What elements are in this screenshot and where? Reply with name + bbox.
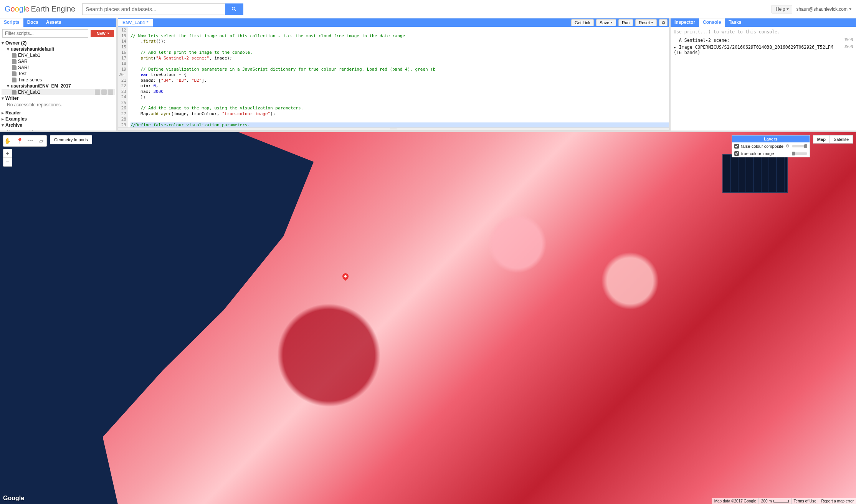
panel-resize-handle[interactable] <box>118 127 669 131</box>
tree-file[interactable]: SAR1 <box>18 65 30 70</box>
console-hint: Use print(...) to write to this console. <box>674 29 853 35</box>
tree-empty-msg: No accessible repositories. <box>2 128 115 131</box>
map-attribution-bar: Map data ©2017 Google 200 m Terms of Use… <box>712 498 856 504</box>
map-attribution: Map data ©2017 Google <box>712 498 759 504</box>
left-tabbar: ScriptsDocsAssets <box>0 18 116 27</box>
scripts-panel: ScriptsDocsAssets NEW ▾Owner (2)▾users/s… <box>0 18 118 131</box>
left-tab-scripts[interactable]: Scripts <box>0 18 23 27</box>
layer-name: false-colour composite <box>741 144 783 149</box>
right-tabbar: InspectorConsoleTasks <box>671 18 856 27</box>
search-input[interactable] <box>82 3 225 15</box>
file-icon <box>12 71 17 76</box>
search-button[interactable] <box>225 3 243 15</box>
layer-row: false-colour composite⚙ <box>732 142 810 150</box>
layer-opacity-slider[interactable] <box>792 152 807 155</box>
tree-repo[interactable]: users/shaun/ENV_EM_2017 <box>11 83 71 89</box>
file-icon <box>12 59 17 64</box>
file-action-delete[interactable] <box>108 89 113 95</box>
settings-button[interactable] <box>659 19 668 26</box>
polygon-tool-button[interactable]: ▱ <box>37 137 45 145</box>
layer-settings-icon[interactable]: ⚙ <box>786 144 790 149</box>
map-type-satellite[interactable]: Satellite <box>830 136 853 143</box>
map-canvas <box>0 132 856 504</box>
search-bar <box>82 3 243 15</box>
geometry-imports-button[interactable]: Geometry Imports <box>50 135 92 144</box>
console-panel: InspectorConsoleTasks Use print(...) to … <box>671 18 856 131</box>
layer-opacity-slider[interactable] <box>792 145 807 147</box>
app-logo: Google Earth Engine <box>5 5 75 13</box>
user-menu[interactable]: shaun@shaunlevick.com <box>796 7 851 12</box>
tree-file[interactable]: ENV_Lab1 <box>18 53 40 58</box>
file-action-rename[interactable] <box>101 89 107 95</box>
run-button[interactable]: Run <box>618 19 633 26</box>
draw-tools: ✋ 📍 〰 ▱ <box>3 135 47 147</box>
zoom-control: + − <box>3 149 12 167</box>
reset-button[interactable]: Reset <box>635 19 657 26</box>
zoom-out-button[interactable]: − <box>3 158 12 166</box>
map-view[interactable]: ✋ 📍 〰 ▱ Geometry Imports + − Layers fals… <box>0 132 856 504</box>
filter-scripts-input[interactable] <box>2 29 88 38</box>
layer-checkbox[interactable] <box>734 144 739 149</box>
app-header: Google Earth Engine Help shaun@shaunlevi… <box>0 0 856 18</box>
pan-tool-button[interactable]: ✋ <box>5 137 13 145</box>
google-logo: Google <box>3 495 24 502</box>
right-tab-inspector[interactable]: Inspector <box>671 18 699 27</box>
right-tab-tasks[interactable]: Tasks <box>725 18 745 27</box>
layer-name: true-colour image <box>741 151 790 156</box>
scripts-tree: ▾Owner (2)▾users/shaun/defaultENV_Lab1SA… <box>0 40 116 131</box>
json-badge[interactable]: JSON <box>844 38 853 43</box>
console-entry[interactable]: ▸ Image COPERNICUS/S2/20160629T014038_20… <box>674 44 853 56</box>
layer-row: true-colour image <box>732 150 810 157</box>
tree-empty-msg: No accessible repositories. <box>2 101 115 110</box>
layer-checkbox[interactable] <box>734 151 739 156</box>
tree-section-archive[interactable]: Archive <box>5 122 22 128</box>
file-icon <box>12 90 17 95</box>
tree-repo[interactable]: users/shaun/default <box>11 46 54 52</box>
tree-section-writer[interactable]: Writer <box>5 96 18 101</box>
zoom-in-button[interactable]: + <box>3 149 12 158</box>
tree-file[interactable]: ENV_Lab1 <box>18 89 40 95</box>
file-icon <box>12 53 17 58</box>
layers-panel: Layers false-colour composite⚙true-colou… <box>732 135 810 157</box>
left-tab-docs[interactable]: Docs <box>23 18 42 27</box>
editor-panel: ENV_Lab1 * Get Link Save Run Reset 12131… <box>118 18 671 131</box>
terms-link[interactable]: Terms of Use <box>791 498 819 504</box>
get-link-button[interactable]: Get Link <box>571 19 594 26</box>
tree-file[interactable]: SAR <box>18 59 28 64</box>
json-badge[interactable]: JSON <box>844 45 853 55</box>
layers-header[interactable]: Layers <box>732 136 810 142</box>
line-tool-button[interactable]: 〰 <box>26 137 35 145</box>
file-icon <box>12 65 17 70</box>
map-type-control: Map Satellite <box>813 135 853 144</box>
new-script-button[interactable]: NEW <box>91 30 114 37</box>
tree-file[interactable]: Test <box>18 71 26 76</box>
gear-icon <box>661 20 666 25</box>
console-entry: A Sentinel-2 scene:JSON <box>674 37 853 44</box>
editor-tab[interactable]: ENV_Lab1 * <box>118 19 153 26</box>
file-action-history[interactable] <box>95 89 100 95</box>
report-error-link[interactable]: Report a map error <box>819 498 856 504</box>
save-button[interactable]: Save <box>596 19 616 26</box>
left-tab-assets[interactable]: Assets <box>42 18 65 27</box>
tree-section-reader[interactable]: Reader <box>5 110 21 116</box>
right-tab-console[interactable]: Console <box>699 18 725 27</box>
scale-bar: 200 m <box>759 498 791 504</box>
search-icon <box>231 6 237 12</box>
code-editor[interactable]: 1213141516171819202122232425262728293031… <box>118 27 669 127</box>
tree-section-examples[interactable]: Examples <box>5 116 27 122</box>
marker-tool-button[interactable]: 📍 <box>15 137 24 145</box>
help-button[interactable]: Help <box>772 5 793 13</box>
file-icon <box>12 78 17 83</box>
tree-file[interactable]: Time-series <box>18 77 42 83</box>
map-type-map[interactable]: Map <box>813 136 830 143</box>
tree-section-owner[interactable]: Owner (2) <box>5 40 26 46</box>
